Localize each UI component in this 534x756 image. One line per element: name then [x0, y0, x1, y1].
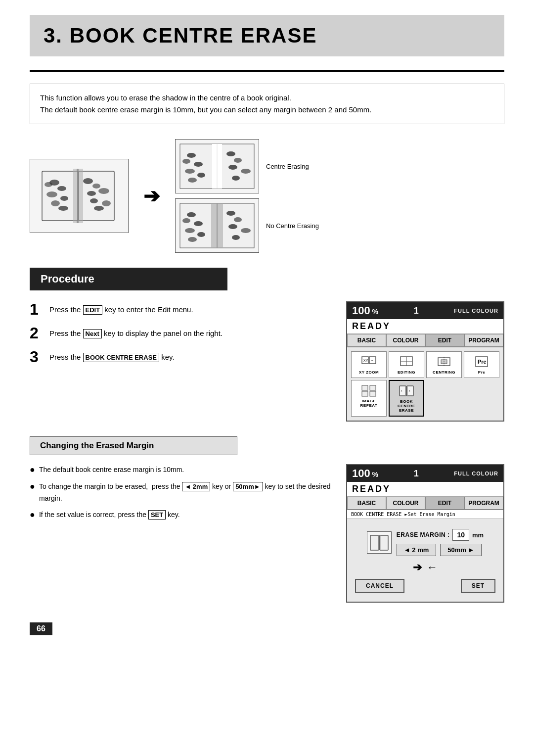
title-bar: 3. BOOK CENTRE ERASE: [30, 15, 504, 56]
bullet-2-text: To change the margin to be erased, press…: [39, 481, 331, 505]
svg-point-35: [187, 212, 196, 217]
svg-text:XY: XY: [363, 359, 368, 362]
ui1-colour-label: FULL COLOUR: [454, 308, 498, 314]
svg-point-36: [182, 218, 190, 223]
icon-xy-zoom[interactable]: XY ↔ XY ZOOM: [351, 351, 387, 378]
svg-point-39: [197, 232, 205, 237]
tab2-program[interactable]: PROGRAM: [464, 497, 503, 510]
ui1-ready: READY: [347, 319, 503, 334]
icon-image-repeat[interactable]: IMAGE REPEAT: [351, 380, 387, 417]
icon-centring[interactable]: CENTRING: [426, 351, 462, 378]
change-margin-header: Changing the Erased Margin: [30, 436, 237, 455]
erase-margin-label: ERASE MARGIN :: [397, 531, 450, 538]
next-key: Next: [83, 329, 102, 338]
btn-set[interactable]: SET: [461, 579, 495, 593]
centre-erasing-label: Centre Erasing: [266, 163, 309, 170]
svg-point-7: [60, 196, 68, 201]
ui1-percent: 100: [352, 304, 370, 317]
page-title: 3. BOOK CENTRE ERASE: [44, 24, 490, 47]
step-2: 2 Press the Next key to display the pane…: [30, 325, 331, 341]
svg-rect-59: [370, 385, 376, 390]
icon-pre-label: Pre: [478, 370, 485, 375]
svg-point-15: [102, 200, 111, 206]
intro-line1: This function allows you to erase the sh…: [40, 92, 494, 104]
ui2-percent: 100: [352, 467, 370, 479]
icon-editing-label: EDITING: [398, 370, 415, 375]
ui-panel-2: 100 % 1 FULL COLOUR READY BASIC COLOUR E…: [346, 464, 504, 603]
svg-point-37: [194, 221, 203, 226]
erase-margin-value: 10: [452, 529, 469, 541]
svg-point-28: [234, 158, 242, 163]
step-3-number: 3: [30, 349, 44, 365]
svg-point-41: [226, 211, 235, 216]
intro-line2: The default book centre erase margin is …: [40, 104, 494, 116]
bullet-3-text: If the set value is correct, press the S…: [39, 509, 180, 521]
svg-rect-2: [79, 171, 114, 221]
ui1-count: 1: [414, 306, 419, 316]
no-centre-erasing-row: No Centre Erasing: [175, 198, 319, 253]
btn-cancel[interactable]: CANCEL: [355, 579, 404, 593]
tab2-colour[interactable]: COLOUR: [386, 497, 425, 510]
steps-section: 1 Press the EDIT key to enter the Edit m…: [30, 301, 504, 422]
svg-point-6: [46, 191, 57, 197]
tab-basic[interactable]: BASIC: [347, 334, 386, 347]
tab2-basic[interactable]: BASIC: [347, 497, 386, 510]
tab2-edit[interactable]: EDIT: [425, 497, 464, 510]
centre-erasing-svg: [178, 142, 257, 191]
svg-text:✦: ✦: [400, 389, 402, 392]
ui2-content: ERASE MARGIN : 10 mm ◄ 2 mm 50mm ►: [347, 519, 503, 598]
svg-point-22: [182, 159, 190, 164]
icon-pre[interactable]: Pre Pre: [464, 351, 499, 378]
step-1-text: Press the EDIT key to enter the Edit men…: [49, 301, 193, 316]
svg-point-43: [228, 224, 237, 229]
svg-point-24: [185, 169, 195, 174]
tab-edit[interactable]: EDIT: [425, 334, 464, 347]
step-2-number: 2: [30, 325, 44, 341]
svg-rect-68: [370, 535, 379, 550]
icon-image-repeat-label: IMAGE REPEAT: [353, 399, 385, 408]
ui2-count: 1: [414, 469, 419, 479]
svg-point-9: [58, 206, 68, 211]
bullet-dot-3: ●: [30, 509, 35, 520]
ui-panel-1: 100 % 1 FULL COLOUR READY BASIC COLOUR E…: [346, 301, 504, 422]
step-3-text: Press the BOOK CENTRE ERASE key.: [49, 349, 175, 363]
step-2-text: Press the Next key to display the panel …: [49, 325, 222, 339]
svg-point-23: [194, 162, 203, 167]
tab-program[interactable]: PROGRAM: [464, 334, 503, 347]
ui-panel-2-top: 100 % 1 FULL COLOUR: [347, 465, 503, 482]
procedure-header: Procedure: [30, 268, 227, 290]
erase-margin-row: ERASE MARGIN : 10 mm ◄ 2 mm 50mm ►: [352, 529, 498, 556]
ui1-icons-grid: XY ↔ XY ZOOM EDITING: [347, 347, 503, 421]
btn-50mm[interactable]: 50mm ►: [440, 544, 482, 556]
svg-rect-58: [362, 385, 368, 390]
arrows-row: ➔ ←: [352, 561, 498, 574]
page-wrapper: 3. BOOK CENTRE ERASE This function allow…: [0, 0, 534, 756]
bullet-dot-2: ●: [30, 481, 35, 492]
svg-point-16: [94, 206, 104, 211]
ui1-percent-sign: %: [372, 308, 378, 316]
svg-rect-69: [380, 535, 388, 550]
book-icon-small: [367, 531, 392, 554]
step-1: 1 Press the EDIT key to enter the Edit m…: [30, 301, 331, 317]
erase-margin-unit: mm: [472, 531, 484, 539]
svg-rect-60: [362, 391, 368, 396]
svg-point-8: [51, 200, 60, 206]
page-number-area: 66: [30, 622, 504, 635]
intro-box: This function allows you to erase the sh…: [30, 84, 504, 124]
icon-book-centre-erase[interactable]: ✦ ✦ BOOK CENTRE ERASE: [389, 380, 424, 417]
tab-colour[interactable]: COLOUR: [386, 334, 425, 347]
btn-2mm[interactable]: ◄ 2 mm: [397, 544, 436, 556]
bullet-dot-1: ●: [30, 464, 35, 475]
2mm-key: ◄ 2mm: [182, 482, 210, 491]
svg-point-45: [232, 235, 240, 240]
svg-point-10: [83, 178, 93, 184]
svg-point-25: [197, 173, 205, 178]
title-underline: [30, 70, 504, 72]
svg-point-5: [57, 186, 66, 191]
result-images: Centre Erasing: [175, 139, 319, 253]
book-before-image: [30, 159, 129, 233]
svg-text:Pre: Pre: [478, 359, 487, 365]
change-margin-section: Changing the Erased Margin ● The default…: [30, 436, 504, 603]
icon-editing[interactable]: EDITING: [389, 351, 424, 378]
svg-point-13: [98, 188, 109, 194]
